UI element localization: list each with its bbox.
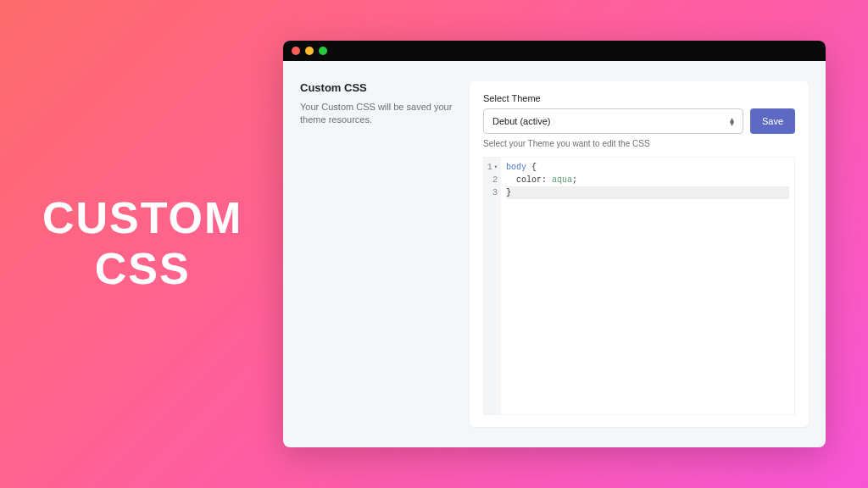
editor-code[interactable]: body { color: aqua;} xyxy=(501,158,794,414)
gutter-line: 3 xyxy=(487,186,498,199)
theme-select-row: Debut (active) ▴▾ Save xyxy=(483,108,795,134)
section-description: Your Custom CSS will be saved your theme… xyxy=(300,101,453,127)
left-pane: Custom CSS Your Custom CSS will be saved… xyxy=(300,81,453,427)
maximize-icon[interactable] xyxy=(319,47,327,55)
window-content: Custom CSS Your Custom CSS will be saved… xyxy=(283,61,826,447)
fold-marker-icon[interactable]: ▾ xyxy=(494,161,498,174)
editor-gutter: 1▾23 xyxy=(484,158,501,414)
window-titlebar xyxy=(283,41,826,61)
code-line[interactable]: body { xyxy=(506,161,789,174)
css-editor[interactable]: 1▾23 body { color: aqua;} xyxy=(483,157,795,415)
save-button[interactable]: Save xyxy=(750,108,795,134)
theme-selected-value: Debut (active) xyxy=(492,116,550,126)
minimize-icon[interactable] xyxy=(305,47,314,55)
theme-label: Select Theme xyxy=(483,93,795,103)
app-window: Custom CSS Your Custom CSS will be saved… xyxy=(283,41,826,447)
hero-title: CUSTOM CSS xyxy=(42,193,242,295)
gutter-line: 1▾ xyxy=(487,161,498,174)
gutter-line: 2 xyxy=(487,174,498,186)
section-title: Custom CSS xyxy=(300,81,453,94)
right-pane: Select Theme Debut (active) ▴▾ Save Sele… xyxy=(470,81,809,427)
theme-select[interactable]: Debut (active) ▴▾ xyxy=(483,108,743,134)
code-line[interactable]: color: aqua; xyxy=(506,174,789,186)
theme-helper-text: Select your Theme you want to edit the C… xyxy=(483,139,795,148)
close-icon[interactable] xyxy=(292,47,300,55)
code-line[interactable]: } xyxy=(506,186,789,199)
select-chevron-icon: ▴▾ xyxy=(730,117,734,125)
hero-line1: CUSTOM xyxy=(42,193,242,244)
hero-line2: CSS xyxy=(42,244,242,295)
